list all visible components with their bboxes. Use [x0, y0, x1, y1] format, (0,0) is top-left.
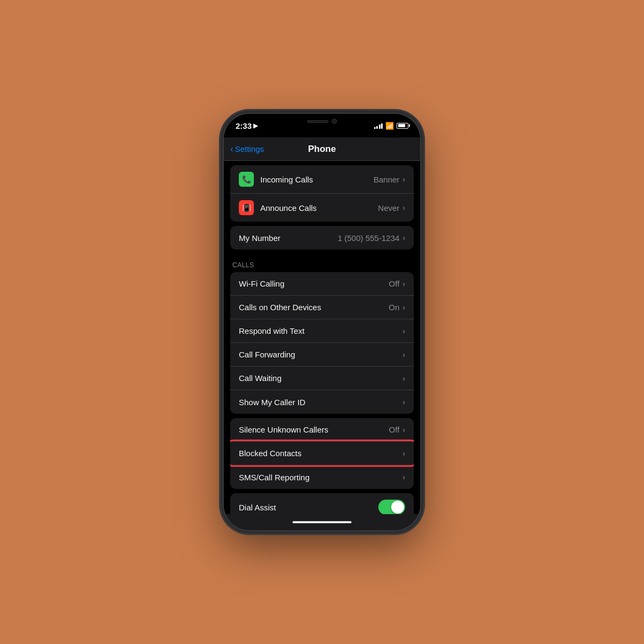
speaker: [307, 120, 328, 123]
battery-fill: [398, 124, 406, 127]
signal-bar-2: [376, 126, 378, 129]
silence-unknown-row[interactable]: Silence Unknown Callers Off ›: [230, 418, 414, 442]
phone-device: 2:33 ▶ 📶 ‹ Settings Phone: [223, 113, 421, 531]
silence-unknown-label: Silence Unknown Callers: [239, 425, 389, 434]
status-time: 2:33 ▶: [236, 121, 258, 130]
announce-calls-icon: 📳: [239, 200, 254, 215]
wifi-calling-chevron-icon: ›: [402, 280, 405, 288]
announce-calls-row[interactable]: 📳 Announce Calls Never ›: [230, 194, 414, 222]
signal-bars: [374, 122, 383, 129]
respond-with-text-label: Respond with Text: [239, 326, 402, 335]
location-icon: ▶: [253, 122, 258, 129]
sms-call-reporting-label: SMS/Call Reporting: [239, 473, 402, 482]
dial-assist-label: Dial Assist: [239, 503, 378, 512]
battery-icon: [397, 123, 408, 129]
sms-call-reporting-chevron-icon: ›: [402, 473, 405, 481]
dial-assist-row[interactable]: Dial Assist: [230, 493, 414, 514]
call-waiting-row[interactable]: Call Waiting ›: [230, 367, 414, 390]
sms-call-reporting-row[interactable]: SMS/Call Reporting ›: [230, 465, 414, 489]
calls-other-devices-value: On: [389, 303, 399, 312]
page-title: Phone: [308, 144, 336, 155]
announce-calls-chevron-icon: ›: [402, 203, 405, 212]
silence-group: Silence Unknown Callers Off › Blocked Co…: [230, 418, 414, 489]
status-icons: 📶: [374, 122, 409, 130]
respond-with-text-row[interactable]: Respond with Text ›: [230, 319, 414, 343]
signal-bar-3: [379, 125, 380, 129]
wifi-icon: 📶: [385, 122, 394, 130]
nav-bar: ‹ Settings Phone: [224, 137, 420, 161]
incoming-calls-value: Banner: [374, 175, 399, 184]
signal-bar-4: [381, 123, 383, 129]
show-caller-id-chevron-icon: ›: [402, 398, 405, 406]
call-waiting-label: Call Waiting: [239, 374, 402, 383]
call-forwarding-row[interactable]: Call Forwarding ›: [230, 343, 414, 367]
home-indicator: [224, 514, 420, 530]
notch: [287, 114, 357, 129]
incoming-calls-row[interactable]: 📞 Incoming Calls Banner ›: [230, 165, 414, 194]
call-waiting-chevron-icon: ›: [402, 374, 405, 383]
call-forwarding-chevron-icon: ›: [402, 350, 405, 359]
silence-unknown-value: Off: [389, 425, 400, 434]
blocked-contacts-chevron-icon: ›: [402, 449, 405, 458]
calls-section-label: CALLS: [224, 254, 420, 272]
calls-group: Wi-Fi Calling Off › Calls on Other Devic…: [230, 272, 414, 414]
my-number-label: My Number: [239, 233, 338, 243]
status-bar: 2:33 ▶ 📶: [224, 114, 420, 137]
calls-other-devices-row[interactable]: Calls on Other Devices On ›: [230, 296, 414, 319]
camera: [332, 119, 337, 124]
my-number-chevron-icon: ›: [402, 233, 405, 242]
silence-unknown-chevron-icon: ›: [402, 426, 405, 434]
wifi-calling-row[interactable]: Wi-Fi Calling Off ›: [230, 272, 414, 296]
blocked-contacts-label: Blocked Contacts: [239, 449, 402, 458]
incoming-calls-label: Incoming Calls: [260, 175, 374, 184]
phone-icon: 📞: [242, 175, 251, 184]
back-chevron-icon: ‹: [230, 144, 233, 155]
calls-other-devices-chevron-icon: ›: [402, 303, 405, 312]
back-button[interactable]: ‹ Settings: [230, 144, 264, 155]
calls-section: CALLS Wi-Fi Calling Off › Calls on Other…: [224, 254, 420, 414]
incoming-calls-group: 📞 Incoming Calls Banner › 📳 Announce Cal…: [230, 165, 414, 222]
incoming-calls-icon: 📞: [239, 172, 254, 187]
call-forwarding-label: Call Forwarding: [239, 350, 402, 359]
dial-assist-toggle[interactable]: [378, 500, 405, 514]
blocked-contacts-row[interactable]: Blocked Contacts ›: [230, 442, 414, 465]
my-number-row[interactable]: My Number 1 (500) 555-1234 ›: [230, 226, 414, 250]
settings-content[interactable]: 📞 Incoming Calls Banner › 📳 Announce Cal…: [224, 161, 420, 514]
announce-calls-label: Announce Calls: [260, 203, 378, 213]
dial-assist-group: Dial Assist: [230, 493, 414, 514]
home-bar: [292, 521, 352, 523]
wifi-calling-value: Off: [389, 279, 400, 288]
show-caller-id-row[interactable]: Show My Caller ID ›: [230, 390, 414, 414]
wifi-calling-label: Wi-Fi Calling: [239, 279, 389, 288]
signal-bar-1: [374, 127, 376, 129]
respond-with-text-chevron-icon: ›: [402, 327, 405, 335]
my-number-value: 1 (500) 555-1234: [338, 233, 399, 243]
back-label: Settings: [235, 144, 264, 153]
announce-icon: 📳: [242, 203, 251, 212]
calls-other-devices-label: Calls on Other Devices: [239, 303, 389, 312]
toggle-knob: [391, 501, 404, 514]
incoming-calls-chevron-icon: ›: [402, 175, 405, 184]
announce-calls-value: Never: [378, 203, 399, 213]
show-caller-id-label: Show My Caller ID: [239, 398, 402, 407]
my-number-group: My Number 1 (500) 555-1234 ›: [230, 226, 414, 250]
